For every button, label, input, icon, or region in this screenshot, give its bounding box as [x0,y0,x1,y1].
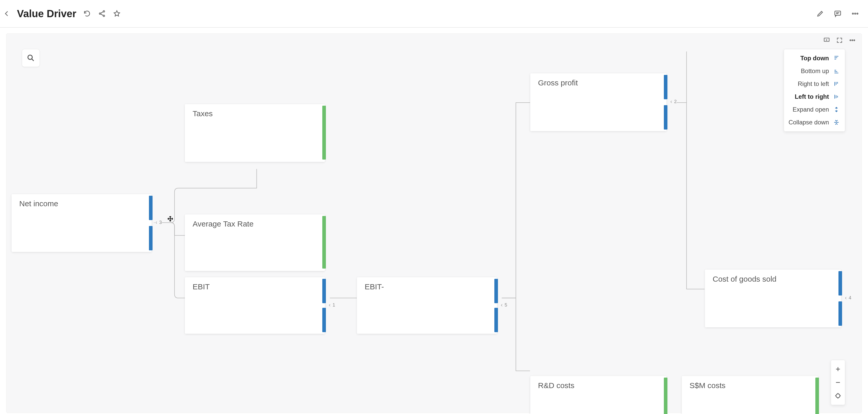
canvas-stage[interactable]: Top down Bottom up Right to left Left to… [6,33,862,413]
comment-icon [834,10,842,18]
node-label: Gross profit [538,78,578,87]
more-button[interactable] [850,8,860,19]
expand-badge[interactable]: 2 [670,99,677,104]
badge-count: 5 [505,302,507,308]
chevron-left-icon [670,100,673,104]
node-handle[interactable] [838,271,842,296]
expand-badge[interactable]: 5 [500,302,507,308]
node-label: R&D costs [538,381,575,390]
refresh-icon [83,10,91,18]
star-icon [113,10,121,18]
svg-point-5 [855,13,856,14]
node-label: Net income [19,199,58,208]
svg-point-0 [99,13,101,14]
comments-button[interactable] [833,8,843,19]
node-rd-costs[interactable]: R&D costs [530,376,666,414]
share-button[interactable] [97,8,107,19]
node-label: Taxes [193,109,213,118]
node-net-income[interactable]: Net income 3 [11,194,152,252]
badge-count: 2 [674,99,677,104]
badge-count: 1 [333,302,335,308]
node-handle[interactable] [494,279,498,303]
title-icon-group [82,8,122,19]
chevron-left-icon [500,304,504,307]
diagram-canvas[interactable]: Net income 3 Taxes Average Tax Rate EBIT [6,34,862,413]
chevron-left-icon [3,10,10,18]
node-ebit-dash[interactable]: EBIT- 5 [357,277,497,334]
node-gross-profit[interactable]: Gross profit 2 [530,73,666,131]
node-label: EBIT [193,282,210,291]
node-label: Cost of goods sold [713,275,776,283]
more-horizontal-icon [851,10,859,18]
svg-point-1 [103,10,105,12]
page-title: Value Driver [17,8,76,20]
node-label: EBIT- [365,282,384,291]
edit-button[interactable] [815,8,825,19]
refresh-button[interactable] [82,8,92,19]
topbar-right-icons [815,8,860,19]
node-handle[interactable] [815,378,819,414]
node-ebit[interactable]: EBIT 1 [185,277,325,334]
chevron-left-icon [155,221,158,225]
node-cogs[interactable]: Cost of goods sold 4 [705,270,841,327]
node-handle[interactable] [322,216,326,269]
svg-point-6 [857,13,858,14]
badge-count: 3 [159,220,162,225]
node-taxes[interactable]: Taxes [185,104,325,162]
node-handle[interactable] [664,378,668,414]
badge-count: 4 [849,295,851,301]
svg-rect-3 [835,11,841,15]
expand-badge[interactable]: 4 [844,295,851,301]
node-label: Average Tax Rate [193,219,253,228]
node-handle[interactable] [149,196,153,220]
node-handle[interactable] [664,105,668,130]
favorite-button[interactable] [112,8,122,19]
node-handle[interactable] [838,301,842,326]
node-handle[interactable] [664,75,668,99]
expand-badge[interactable]: 1 [328,302,335,308]
top-bar: Value Driver [0,0,868,28]
node-handle[interactable] [322,308,326,332]
node-label: S$M costs [689,381,725,390]
node-avg-tax-rate[interactable]: Average Tax Rate [185,214,325,271]
share-icon [98,10,106,18]
node-handle[interactable] [322,106,326,160]
pencil-icon [816,10,824,18]
back-button[interactable] [2,8,12,19]
svg-point-4 [852,13,854,14]
expand-badge[interactable]: 3 [155,220,162,225]
chevron-left-icon [328,304,332,307]
node-handle[interactable] [494,308,498,332]
svg-point-2 [103,15,105,17]
chevron-left-icon [844,296,848,300]
node-handle[interactable] [149,226,153,250]
node-sm-costs[interactable]: S$M costs [682,376,818,414]
move-cursor-icon [166,215,174,223]
node-handle[interactable] [322,279,326,303]
